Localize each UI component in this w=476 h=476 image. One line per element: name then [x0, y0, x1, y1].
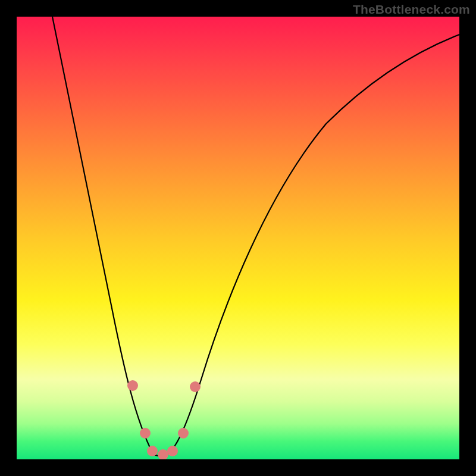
curve-markers [127, 380, 201, 459]
watermark-text: TheBottleneck.com [353, 2, 470, 17]
marker-bottom-2 [158, 449, 168, 459]
marker-left-lower [140, 428, 151, 439]
marker-right-lower [178, 428, 189, 439]
marker-left-upper [127, 380, 138, 391]
marker-bottom-1 [147, 446, 158, 456]
marker-right-upper [190, 381, 201, 392]
marker-bottom-3 [167, 446, 178, 456]
plot-area [17, 17, 459, 459]
bottleneck-curve [52, 17, 459, 457]
chart-svg [17, 17, 459, 459]
chart-frame: TheBottleneck.com [0, 0, 476, 476]
